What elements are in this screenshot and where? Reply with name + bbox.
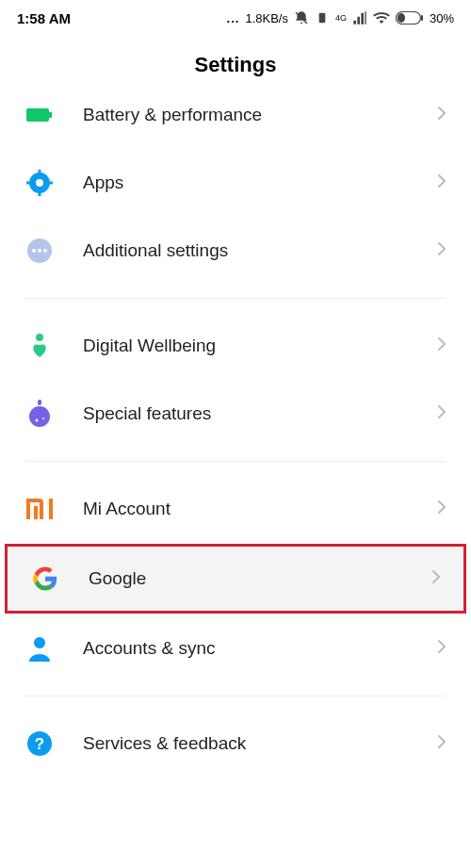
svg-point-19 [29, 406, 50, 427]
dnd-icon [294, 10, 309, 25]
signal-icon [352, 10, 367, 25]
item-label: Google [89, 568, 403, 589]
svg-rect-4 [421, 15, 423, 21]
item-label: Digital Wellbeing [83, 336, 409, 356]
chevron-right-icon [437, 734, 447, 753]
chevron-right-icon [437, 173, 447, 192]
item-label: Apps [83, 172, 409, 193]
svg-point-17 [36, 334, 43, 341]
item-label: Mi Account [83, 499, 409, 519]
svg-rect-12 [47, 182, 53, 185]
additional-icon [24, 236, 55, 266]
svg-text:?: ? [35, 735, 44, 753]
settings-item-services[interactable]: ? Services & feedback [0, 710, 471, 778]
svg-point-22 [34, 637, 45, 648]
settings-item-wellbeing[interactable]: Digital Wellbeing [0, 312, 471, 380]
svg-point-16 [43, 249, 47, 253]
chevron-right-icon [437, 500, 447, 518]
divider [24, 298, 447, 299]
settings-item-mi-account[interactable]: Mi Account [0, 475, 471, 543]
status-indicators: ... 1.8KB/s 4G 30% [227, 9, 454, 26]
chevron-right-icon [437, 241, 447, 260]
svg-rect-18 [38, 400, 41, 405]
special-icon [24, 399, 55, 429]
settings-item-apps[interactable]: Apps [0, 149, 471, 217]
battery-icon [396, 11, 424, 25]
wellbeing-icon [24, 331, 55, 361]
item-label: Accounts & sync [83, 638, 409, 659]
help-icon: ? [24, 729, 55, 759]
chevron-right-icon [437, 404, 447, 423]
divider [24, 461, 447, 462]
chevron-right-icon [431, 569, 441, 588]
svg-rect-6 [49, 112, 52, 118]
status-network: 4G [335, 14, 347, 23]
settings-item-battery[interactable]: Battery & performance [0, 94, 471, 149]
status-bar: 1:58 AM ... 1.8KB/s 4G 30% [0, 0, 471, 32]
svg-rect-10 [39, 190, 41, 196]
svg-point-21 [42, 418, 44, 419]
item-label: Services & feedback [83, 733, 409, 754]
google-icon [30, 564, 60, 594]
settings-item-accounts[interactable]: Accounts & sync [0, 614, 471, 682]
svg-point-8 [36, 179, 43, 187]
item-label: Battery & performance [83, 105, 409, 125]
svg-rect-9 [39, 170, 41, 175]
svg-rect-1 [319, 13, 326, 24]
chevron-right-icon [437, 336, 447, 355]
settings-item-google[interactable]: Google [6, 545, 465, 613]
status-dots: ... [227, 11, 240, 25]
accounts-icon [24, 633, 55, 663]
apps-icon [24, 168, 55, 198]
svg-rect-3 [398, 13, 405, 23]
settings-list: Battery & performance Apps Additional se… [0, 94, 471, 778]
status-time: 1:58 AM [17, 10, 71, 26]
settings-item-special[interactable]: Special features [0, 380, 471, 448]
svg-point-14 [32, 249, 36, 253]
battery-perf-icon [24, 100, 55, 130]
chevron-right-icon [437, 639, 447, 658]
svg-point-20 [36, 419, 39, 422]
svg-rect-5 [26, 108, 49, 122]
item-label: Special features [83, 403, 409, 424]
chevron-right-icon [437, 106, 447, 124]
svg-point-15 [38, 249, 41, 253]
page-title: Settings [0, 32, 471, 94]
wifi-icon [373, 9, 390, 26]
status-speed: 1.8KB/s [245, 11, 288, 25]
status-battery-pct: 30% [430, 11, 454, 25]
vibrate-icon [315, 10, 330, 25]
item-label: Additional settings [83, 240, 409, 261]
svg-rect-11 [26, 182, 32, 185]
divider [24, 696, 447, 696]
mi-icon [24, 494, 55, 524]
settings-item-additional[interactable]: Additional settings [0, 217, 471, 285]
